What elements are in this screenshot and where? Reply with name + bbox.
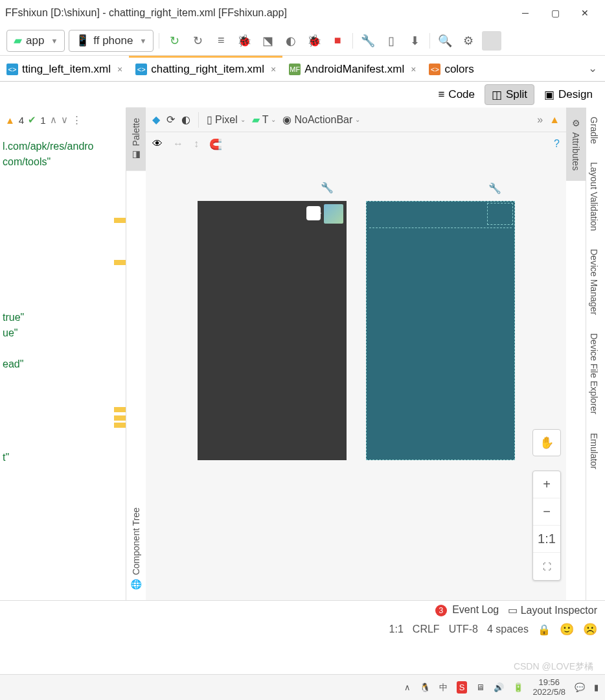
scrollbar-marker[interactable] <box>114 218 126 223</box>
xml-icon: <> <box>429 64 440 75</box>
tab-manifest[interactable]: MF AndroidManifest.xml × <box>282 56 422 81</box>
cursor-position[interactable]: 1:1 <box>389 624 404 635</box>
pan-lr-button[interactable]: ↔ <box>173 138 183 150</box>
tab-left-item[interactable]: <> tting_left_item.xml × <box>0 56 129 81</box>
api-picker[interactable]: ▰ T ⌄ <box>252 113 277 126</box>
search-button[interactable]: 🔍 <box>435 31 455 51</box>
battery-icon[interactable]: 🔋 <box>513 682 523 692</box>
close-icon[interactable]: × <box>271 64 276 75</box>
avatar-image[interactable] <box>324 204 343 224</box>
scrollbar-marker[interactable] <box>114 423 126 428</box>
chat-bubble[interactable] <box>306 206 321 220</box>
chevron-down-icon: ▼ <box>51 37 58 45</box>
qq-icon[interactable]: 🐧 <box>420 682 430 692</box>
tab-colors[interactable]: <> colors <box>422 56 480 81</box>
coverage-button[interactable]: ⬔ <box>258 31 277 51</box>
split-view-button[interactable]: ◫ Split <box>485 84 534 105</box>
ide-status-ok[interactable]: 🙂 <box>560 622 574 636</box>
code-view-button[interactable]: ≡ Code <box>431 84 482 105</box>
pan-tool-button[interactable]: ✋ <box>532 429 561 456</box>
run-button[interactable]: ↻ <box>165 31 184 51</box>
wrench-icon[interactable]: 🔧 <box>488 182 501 194</box>
tab-right-item[interactable]: <> chatting_right_item.xml × <box>129 56 282 81</box>
help-button[interactable]: ? <box>554 138 560 150</box>
device-file-explorer-tab[interactable]: Device File Explorer <box>586 324 602 423</box>
zoom-reset-button[interactable]: 1:1 <box>533 526 560 553</box>
device-selector[interactable]: 📱 ff phone ▼ <box>69 30 154 52</box>
sdk-manager-button[interactable]: ▯ <box>382 31 401 51</box>
gradle-tab[interactable]: Gradle <box>586 108 602 153</box>
blueprint-preview[interactable]: 🔧 <box>366 201 515 460</box>
zoom-out-button[interactable]: − <box>533 498 560 526</box>
ide-status-sad[interactable]: ☹️ <box>583 622 597 636</box>
scrollbar-marker[interactable] <box>114 415 126 421</box>
code-line <box>3 434 123 450</box>
volume-icon[interactable]: 🔊 <box>494 682 504 692</box>
maximize-button[interactable]: ▢ <box>540 3 570 23</box>
wrench-icon[interactable]: 🔧 <box>321 181 334 194</box>
line-separator[interactable]: CRLF <box>413 624 440 635</box>
close-icon[interactable]: × <box>117 64 122 75</box>
encoding[interactable]: UTF-8 <box>449 624 478 635</box>
overflow-button[interactable]: » <box>537 114 543 126</box>
emulator-tab[interactable]: Emulator <box>586 424 602 478</box>
settings-button[interactable]: ⚙ <box>459 31 478 51</box>
stop-button[interactable]: ■ <box>328 31 347 51</box>
indent[interactable]: 4 spaces <box>487 624 529 635</box>
layout-inspector-button[interactable]: ▭ Layout Inspector <box>508 604 597 616</box>
nav-down-icon[interactable]: ∨ <box>61 114 68 126</box>
avd-manager-button[interactable]: 🔧 <box>358 31 378 51</box>
xml-icon: <> <box>6 64 18 75</box>
profiler-button[interactable]: ◐ <box>281 31 301 51</box>
attach-debug-button[interactable]: 🐞 <box>304 31 324 51</box>
magnet-button[interactable]: 🧲 <box>209 138 222 150</box>
notifications-icon[interactable]: 💬 <box>575 682 585 692</box>
rerun-button[interactable]: ↻ <box>188 31 207 51</box>
zoom-in-button[interactable]: + <box>533 471 560 498</box>
sync-button[interactable]: ⬇ <box>405 31 424 51</box>
device-picker[interactable]: ▯ Pixel ⌄ <box>207 113 245 126</box>
user-avatar[interactable] <box>482 31 501 51</box>
close-icon[interactable]: × <box>411 64 416 75</box>
inspection-summary[interactable]: ▲ 4 ✔ 1 ∧ ∨ ⋮ <box>0 108 126 132</box>
orientation-button[interactable]: ⟳ <box>166 113 175 126</box>
view-options-button[interactable]: 👁 <box>152 138 163 150</box>
palette-tab[interactable]: ◧ Palette <box>126 108 146 171</box>
network-icon[interactable]: 🖥 <box>476 682 485 692</box>
device-label: ff phone <box>93 34 133 47</box>
nav-up-icon[interactable]: ∧ <box>50 114 57 126</box>
attributes-tab[interactable]: ⚙ Attributes <box>566 108 586 181</box>
separator <box>159 33 159 49</box>
design-view-button[interactable]: ▣ Design <box>537 84 600 105</box>
action-center-icon[interactable]: ▮ <box>594 682 599 692</box>
module-selector[interactable]: ▰ app ▼ <box>6 30 65 52</box>
apply-changes-button[interactable]: ≡ <box>211 31 231 51</box>
lock-icon[interactable]: 🔒 <box>538 624 551 636</box>
warning-icon[interactable]: ▲ <box>549 114 560 126</box>
layout-validation-tab[interactable]: Layout Validation <box>586 153 602 240</box>
device-manager-tab[interactable]: Device Manager <box>586 240 602 324</box>
scrollbar-marker[interactable] <box>114 260 126 265</box>
blueprint-item[interactable] <box>487 203 513 225</box>
tray-up-icon[interactable]: ∧ <box>404 682 411 692</box>
close-button[interactable]: ✕ <box>570 3 600 23</box>
clock[interactable]: 19:56 2022/5/8 <box>532 678 565 697</box>
design-preview[interactable]: 🔧 <box>198 201 347 460</box>
code-pane[interactable]: ▲ 4 ✔ 1 ∧ ∨ ⋮ l.com/apk/res/andro com/to… <box>0 108 126 600</box>
code-text[interactable]: l.com/apk/res/andro com/tools" true" ue"… <box>0 132 126 472</box>
minimize-button[interactable]: ─ <box>510 3 540 23</box>
surfaces-button[interactable]: ◆ <box>152 113 160 126</box>
ime-icon[interactable]: 中 <box>439 682 448 694</box>
pan-ud-button[interactable]: ↕ <box>194 138 199 150</box>
design-canvas[interactable]: 🔧 🔧 ✋ + − 1:1 ⛶ <box>146 156 566 600</box>
component-tree-tab[interactable]: 🌐 Component Tree <box>126 497 146 600</box>
debug-button[interactable]: 🐞 <box>234 31 254 51</box>
night-mode-button[interactable]: ◐ <box>181 113 190 126</box>
theme-picker[interactable]: ◉ NoActionBar ⌄ <box>282 113 360 126</box>
sogou-icon[interactable]: S <box>457 681 468 694</box>
event-log-button[interactable]: 3 Event Log <box>435 604 499 616</box>
zoom-fit-button[interactable]: ⛶ <box>533 553 560 580</box>
tabs-overflow[interactable]: ⌄ <box>580 62 605 75</box>
more-icon[interactable]: ⋮ <box>72 114 82 126</box>
scrollbar-marker[interactable] <box>114 407 126 412</box>
